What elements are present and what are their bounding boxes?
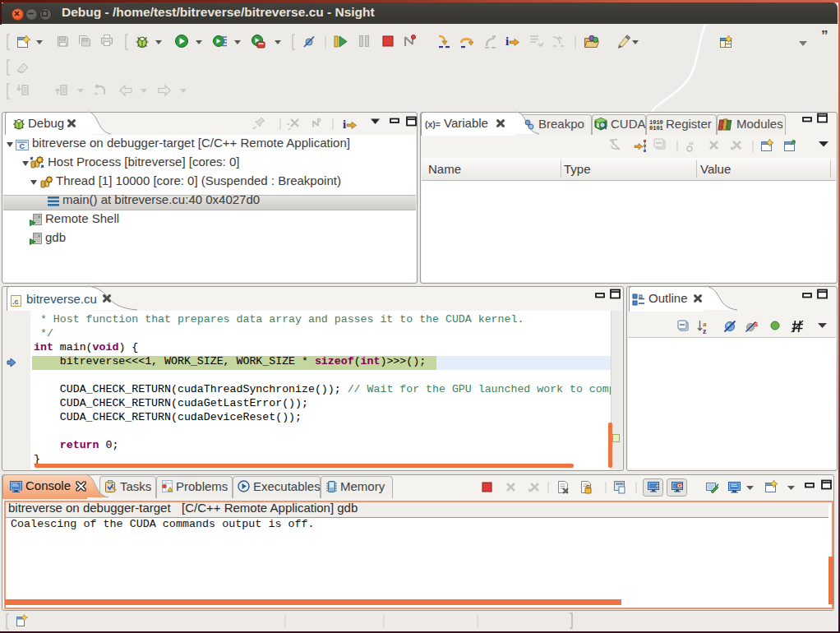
svg-text:i: i (505, 35, 509, 48)
svg-text:C: C (20, 142, 25, 150)
svg-text:”: ” (821, 28, 828, 44)
svg-text:0101: 0101 (649, 125, 663, 132)
svg-text:(x)=: (x)= (425, 119, 441, 129)
svg-text:i: i (343, 118, 346, 131)
svg-text:S: S (754, 321, 759, 328)
svg-text:z: z (703, 326, 707, 335)
svg-text:.c: .c (12, 298, 19, 306)
svg-text:“: “ (689, 140, 694, 151)
